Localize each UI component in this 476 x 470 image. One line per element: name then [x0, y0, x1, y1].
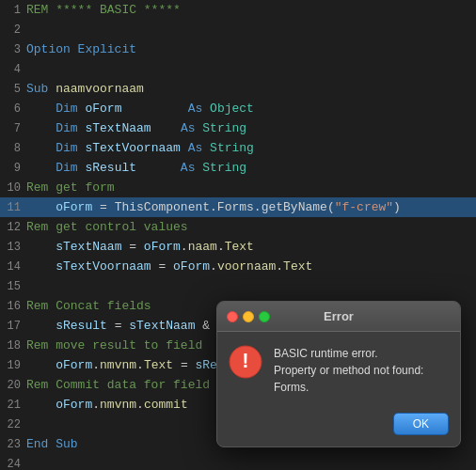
- code-line-8: 8 Dim sTextVoornaam As String: [0, 138, 476, 158]
- error-titlebar: Error: [217, 302, 460, 332]
- code-line-14: 14 sTextVoornaam = oForm.voornaam.Text: [0, 257, 476, 276]
- error-message-line1: BASIC runtime error.: [274, 347, 378, 360]
- error-text: BASIC runtime error. Property or method …: [274, 345, 449, 396]
- error-body: ! BASIC runtime error. Property or metho…: [217, 332, 460, 407]
- code-line-12: 12 Rem get control values: [0, 217, 476, 237]
- code-line-13: 13 sTextNaam = oForm.naam.Text: [0, 237, 476, 257]
- code-line-2: 2: [0, 20, 476, 39]
- code-line-9: 9 Dim sResult As String: [0, 158, 476, 178]
- code-line-5: 5 Sub naamvoornaam: [0, 79, 476, 99]
- maximize-button[interactable]: [259, 311, 270, 322]
- error-dialog: Error ! BASIC runtime error. Property or…: [216, 301, 461, 447]
- dialog-title: Error: [324, 309, 354, 323]
- code-line-11: 11 oForm = ThisComponent.Forms.getByName…: [0, 197, 476, 217]
- error-icon: !: [229, 345, 262, 379]
- svg-text:!: !: [242, 349, 248, 372]
- code-line-4: 4: [0, 59, 476, 79]
- close-button[interactable]: [227, 311, 238, 322]
- code-line-3: 3 Option Explicit: [0, 39, 476, 59]
- traffic-lights: [227, 311, 270, 322]
- code-line-15: 15: [0, 276, 476, 296]
- minimize-button[interactable]: [243, 311, 254, 322]
- code-line-10: 10 Rem get form: [0, 178, 476, 197]
- code-line-1: 1 REM ***** BASIC *****: [0, 0, 476, 20]
- error-buttons: OK: [217, 407, 460, 446]
- code-line-24: 24: [0, 454, 476, 470]
- error-message-line2: Property or method not found: Forms.: [274, 364, 423, 394]
- code-line-7: 7 Dim sTextNaam As String: [0, 118, 476, 138]
- ok-button[interactable]: OK: [393, 413, 449, 435]
- code-line-6: 6 Dim oForm As Object: [0, 99, 476, 118]
